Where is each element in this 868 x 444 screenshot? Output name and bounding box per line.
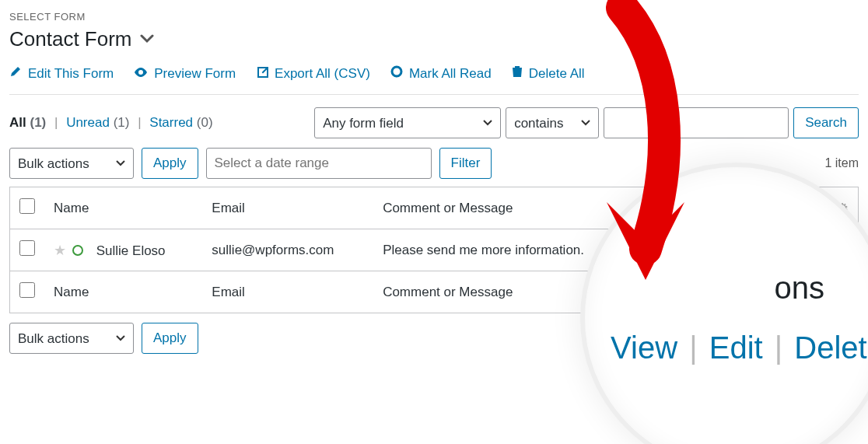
magnifier-title-fragment: ons bbox=[775, 271, 869, 306]
select-all-checkbox[interactable] bbox=[19, 198, 35, 214]
col-email-footer[interactable]: Email bbox=[202, 271, 373, 313]
svg-point-0 bbox=[392, 67, 401, 76]
star-icon[interactable]: ★ bbox=[54, 242, 66, 259]
field-select[interactable]: Any form field bbox=[314, 107, 501, 138]
form-title: Contact Form bbox=[9, 27, 132, 51]
row-action-delete[interactable]: Delete bbox=[794, 330, 868, 365]
apply-button[interactable]: Apply bbox=[142, 148, 198, 179]
filters-row: All (1) | Unread (1) | Starred (0) Any f… bbox=[9, 107, 859, 138]
view-all[interactable]: All (1) bbox=[9, 115, 46, 130]
view-starred[interactable]: Starred (0) bbox=[149, 115, 212, 130]
view-unread[interactable]: Unread (1) bbox=[66, 115, 129, 130]
delete-all-label: Delete All bbox=[529, 66, 585, 82]
unread-indicator-icon[interactable] bbox=[72, 245, 83, 256]
views: All (1) | Unread (1) | Starred (0) bbox=[9, 115, 213, 131]
col-message[interactable]: Comment or Message bbox=[373, 187, 640, 229]
bulk-actions-select-bottom[interactable]: Bulk actions bbox=[9, 323, 134, 354]
col-name[interactable]: Name bbox=[44, 187, 202, 229]
filter-button[interactable]: Filter bbox=[439, 148, 492, 179]
preview-form-label: Preview Form bbox=[154, 66, 236, 82]
search-button[interactable]: Search bbox=[793, 107, 859, 138]
trash-icon bbox=[512, 65, 523, 82]
condition-select[interactable]: contains bbox=[506, 107, 599, 138]
mark-read-link[interactable]: Mark All Read bbox=[390, 65, 492, 82]
apply-button-bottom[interactable]: Apply bbox=[142, 323, 198, 354]
search-group: Any form field contains Search bbox=[314, 107, 859, 138]
preview-form-link[interactable]: Preview Form bbox=[134, 65, 236, 82]
row-action-edit[interactable]: Edit bbox=[709, 330, 763, 365]
bulk-actions-select[interactable]: Bulk actions bbox=[9, 148, 134, 179]
export-link[interactable]: Export All (CSV) bbox=[256, 65, 370, 82]
col-name-footer[interactable]: Name bbox=[44, 271, 202, 313]
items-count-top: 1 item bbox=[824, 156, 859, 170]
form-selector[interactable]: Contact Form bbox=[9, 27, 859, 51]
date-range-input[interactable] bbox=[206, 148, 432, 179]
edit-form-link[interactable]: Edit This Form bbox=[9, 65, 114, 82]
circle-icon bbox=[390, 65, 403, 82]
row-email: sullie@wpforms.com bbox=[202, 229, 373, 271]
export-label: Export All (CSV) bbox=[275, 66, 370, 82]
form-toolbar: Edit This Form Preview Form Export All (… bbox=[9, 65, 859, 95]
row-action-view[interactable]: View bbox=[611, 330, 677, 365]
col-email[interactable]: Email bbox=[202, 187, 373, 229]
pencil-icon bbox=[9, 65, 22, 82]
row-checkbox[interactable] bbox=[19, 240, 35, 256]
search-input[interactable] bbox=[604, 107, 789, 138]
row-name: Sullie Eloso bbox=[96, 243, 166, 258]
export-icon bbox=[256, 65, 268, 82]
magnifier-actions: View | Edit | Delete bbox=[587, 330, 868, 365]
chevron-down-icon[interactable] bbox=[140, 33, 154, 47]
delete-all-link[interactable]: Delete All bbox=[512, 65, 585, 82]
edit-form-label: Edit This Form bbox=[28, 66, 114, 82]
mark-read-label: Mark All Read bbox=[409, 66, 492, 82]
select-all-checkbox-footer[interactable] bbox=[19, 282, 35, 298]
select-form-label: SELECT FORM bbox=[9, 11, 859, 23]
eye-icon bbox=[134, 66, 148, 82]
